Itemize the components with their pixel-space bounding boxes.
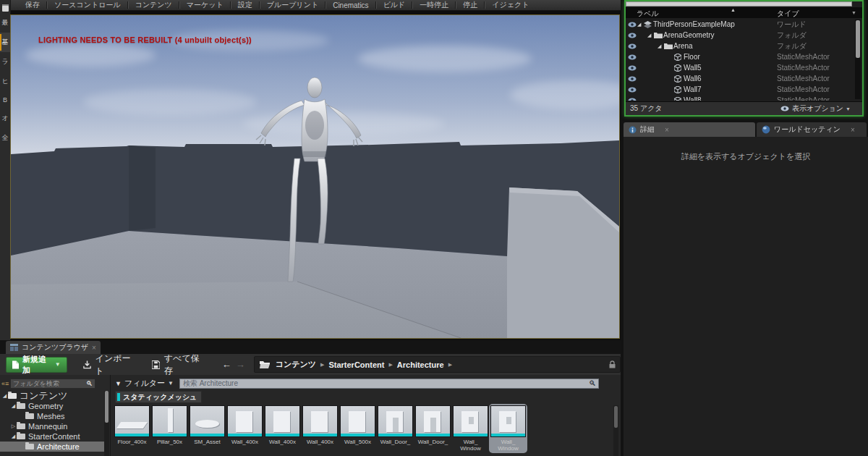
filters-button[interactable]: ▼ フィルター ▼ [115, 378, 174, 389]
breadcrumb-コンテンツ[interactable]: コンテンツ [276, 359, 316, 370]
tree-expander-icon[interactable]: ▷ [10, 423, 17, 429]
menu-item-3[interactable]: コンテンツ [129, 0, 179, 10]
view-options-button[interactable]: 表示オプション ▼ [780, 104, 851, 114]
outliner-row-Wall6[interactable]: Wall6StaticMeshActor [626, 73, 862, 84]
eye-icon[interactable] [628, 54, 637, 60]
outliner-header[interactable]: ラベル ▲ タイプ ▼ [626, 7, 862, 18]
outliner-row-ThirdPersonExampleMap[interactable]: ◢ThirdPersonExampleMapワールド [626, 19, 862, 30]
outliner-row-Floor[interactable]: FloorStaticMeshActor [626, 51, 862, 62]
eye-icon[interactable] [628, 65, 637, 71]
tree-expander-icon[interactable]: ◢ [10, 403, 17, 409]
eye-icon[interactable] [628, 76, 637, 82]
outliner-row-Wall5[interactable]: Wall5StaticMeshActor [626, 62, 862, 73]
mode-category-4[interactable]: ヒ [0, 72, 10, 91]
tree-label[interactable]: Mannequin [28, 422, 67, 431]
collapse-sources-icon[interactable]: «≡ [1, 380, 10, 387]
tab-details[interactable]: 詳細 × [624, 122, 755, 137]
breadcrumb-Architecture[interactable]: Architecture [397, 360, 444, 369]
lock-icon[interactable] [609, 360, 616, 368]
outliner-row-ArenaGeometry[interactable]: ◢ArenaGeometryフォルダ [626, 30, 862, 41]
tree-label[interactable]: Architecture [37, 442, 80, 451]
outliner-col-type[interactable]: タイプ [777, 9, 799, 19]
eye-icon[interactable] [628, 43, 637, 49]
outliner-label[interactable]: Wall7 [684, 85, 702, 93]
tree-item-Meshes[interactable]: Meshes [0, 411, 104, 421]
tree-item-StarterContent[interactable]: ◢StarterContent [0, 431, 104, 442]
asset-tile-3[interactable]: SM_Asset [190, 405, 225, 452]
asset-tile-9[interactable]: Wall_Door_ [415, 405, 451, 452]
menu-item-9[interactable]: 一時停止 [413, 0, 455, 10]
menu-item-2[interactable]: ソースコントロール [48, 0, 127, 10]
place-actors-icon[interactable] [2, 4, 9, 12]
eye-icon[interactable] [628, 22, 637, 28]
outliner-col-label[interactable]: ラベル [637, 9, 659, 19]
mode-category-5[interactable]: B [0, 91, 10, 109]
tree-item-コンテンツ[interactable]: ◢コンテンツ [0, 391, 104, 401]
asset-tile-10[interactable]: Wall_ Window [453, 405, 488, 452]
asset-search-input[interactable] [179, 379, 599, 389]
asset-tile-7[interactable]: Wall_500x [340, 405, 375, 452]
outliner-label[interactable]: ThirdPersonExampleMap [653, 20, 735, 28]
expander-open-icon[interactable]: ◢ [647, 33, 654, 38]
expander-open-icon[interactable]: ◢ [637, 22, 644, 28]
mode-category-2[interactable]: 基 [0, 33, 10, 52]
type-filter-icon[interactable]: ▼ [851, 10, 856, 15]
add-new-button[interactable]: 新規追加▼ [6, 357, 67, 373]
asset-tile-6[interactable]: Wall_400x [302, 405, 338, 452]
mode-category-1[interactable]: 最 [0, 13, 10, 33]
menu-item-6[interactable]: ブループリント [260, 0, 325, 10]
asset-tile-1[interactable]: Floor_400x [114, 405, 150, 452]
eye-icon[interactable] [628, 33, 637, 38]
tree-label[interactable]: StarterContent [28, 432, 80, 441]
outliner-label[interactable]: Floor [684, 53, 700, 61]
viewport[interactable]: LIGHTING NEEDS TO BE REBUILT (4 unbuilt … [10, 14, 620, 339]
outliner-label[interactable]: Wall6 [684, 75, 702, 83]
tree-label[interactable]: コンテンツ [20, 389, 68, 402]
nav-forward-button[interactable]: → [236, 359, 245, 370]
tree-expander-icon[interactable]: ◢ [1, 393, 8, 399]
tree-label[interactable]: Geometry [28, 402, 63, 410]
tree-label[interactable]: Meshes [37, 412, 65, 421]
menu-item-8[interactable]: ビルド [377, 0, 412, 10]
outliner-scrollbar[interactable] [855, 20, 861, 99]
nav-back-button[interactable]: ← [222, 359, 231, 370]
menu-item-11[interactable]: イジェクト [485, 0, 535, 10]
menu-item-10[interactable]: 停止 [456, 0, 484, 10]
outliner-row-Wall7[interactable]: Wall7StaticMeshActor [626, 84, 862, 95]
outliner-label[interactable]: Wall5 [684, 64, 702, 72]
asset-tile-11[interactable]: Wall_ Window [490, 405, 526, 452]
menu-item-1[interactable]: 保存 [19, 0, 46, 10]
folder-search-input[interactable] [10, 379, 95, 389]
asset-tile-4[interactable]: Wall_400x [227, 405, 263, 452]
asset-tile-5[interactable]: Wall_400x [265, 405, 300, 452]
outliner-label[interactable]: Arena [673, 42, 693, 50]
asset-scrollbar[interactable] [613, 405, 618, 456]
outliner-search-input[interactable] [626, 1, 852, 7]
asset-tile-2[interactable]: Pillar_50x [152, 405, 187, 452]
menu-item-7[interactable]: Cinematics [326, 1, 375, 9]
eye-icon[interactable] [628, 87, 637, 93]
tree-item-Mannequin[interactable]: ▷Mannequin [0, 421, 104, 431]
outliner-label[interactable]: ArenaGeometry [663, 31, 715, 39]
tree-item-Architecture[interactable]: Architecture [0, 442, 104, 452]
outliner-label[interactable]: Wall8 [684, 96, 702, 101]
close-icon[interactable]: × [665, 126, 669, 134]
expander-open-icon[interactable]: ◢ [658, 43, 664, 49]
close-icon[interactable]: × [92, 344, 96, 352]
filter-chip-static-mesh[interactable]: スタティックメッシュ [115, 391, 202, 403]
outliner-row-Wall8[interactable]: Wall8StaticMeshActor [626, 95, 862, 101]
mode-category-7[interactable]: 全 [0, 128, 10, 148]
close-icon[interactable]: × [851, 126, 855, 134]
eye-icon[interactable] [628, 98, 637, 101]
menu-item-5[interactable]: 設定 [231, 0, 259, 10]
tree-item-Geometry[interactable]: ◢Geometry [0, 401, 104, 411]
asset-tile-8[interactable]: Wall_Door_ [378, 405, 413, 452]
outliner-row-Arena[interactable]: ◢Arenaフォルダ [626, 41, 862, 51]
save-all-button[interactable]: すべて保存 [152, 352, 205, 377]
tree-scrollbar[interactable] [104, 391, 109, 456]
import-button[interactable]: インポート [83, 352, 136, 377]
tab-world-settings[interactable]: ワールドセッティン × [757, 122, 867, 137]
mode-category-3[interactable]: ラ [0, 52, 10, 72]
mode-category-6[interactable]: オ [0, 109, 10, 128]
tree-expander-icon[interactable]: ◢ [10, 434, 17, 439]
